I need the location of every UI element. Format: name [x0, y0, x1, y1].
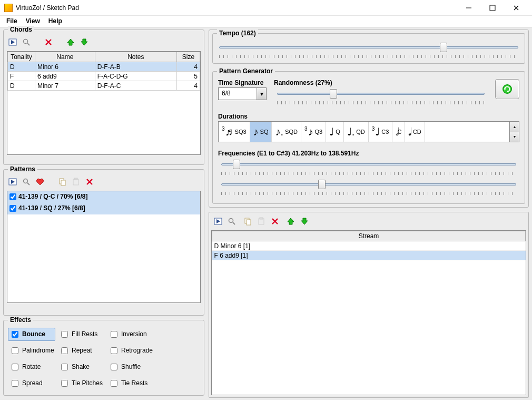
- menu-view[interactable]: View: [22, 16, 44, 27]
- table-row[interactable]: DMinor 6D-F-A-B4: [8, 62, 200, 72]
- stream-move-up-button[interactable]: [285, 216, 297, 227]
- table-cell[interactable]: D-F-A-C: [95, 81, 176, 91]
- generate-button[interactable]: [495, 79, 519, 99]
- table-cell[interactable]: D: [8, 81, 35, 91]
- patterns-paste-button[interactable]: [70, 176, 82, 188]
- effect-checkbox[interactable]: [12, 331, 18, 338]
- th-size[interactable]: Size: [177, 52, 200, 62]
- patterns-play-button[interactable]: [7, 176, 18, 188]
- chords-table[interactable]: Tonality Name Notes Size DMinor 6D-F-A-B…: [7, 51, 201, 155]
- duration-q[interactable]: ♩Q: [326, 122, 344, 142]
- scroll-up-icon[interactable]: ▴: [510, 122, 519, 132]
- duration-c[interactable]: 𝅗𝅥C: [392, 122, 405, 142]
- effect-checkbox[interactable]: [111, 331, 117, 338]
- randomness-slider-thumb[interactable]: [330, 89, 337, 99]
- freq-low-slider[interactable]: [221, 163, 516, 165]
- effect-tie-pitches[interactable]: Tie Pitches: [57, 377, 105, 390]
- stream-cell[interactable]: D Minor 6 [1]: [212, 241, 526, 251]
- effect-fill-rests[interactable]: Fill Rests: [57, 328, 105, 341]
- stream-table[interactable]: Stream D Minor 6 [1]F 6 add9 [1]: [212, 231, 526, 260]
- duration-sq3[interactable]: 3♬SQ3: [219, 122, 250, 142]
- effect-repeat[interactable]: Repeat: [57, 344, 105, 357]
- table-cell[interactable]: D: [8, 62, 35, 72]
- effect-shuffle[interactable]: Shuffle: [107, 360, 157, 374]
- tempo-slider-thumb[interactable]: [440, 43, 447, 52]
- tempo-slider[interactable]: [219, 46, 518, 48]
- stream-cell[interactable]: F 6 add9 [1]: [212, 251, 526, 260]
- effect-shake[interactable]: Shake: [57, 360, 105, 374]
- scroll-down-icon[interactable]: ▾: [510, 132, 519, 142]
- list-item[interactable]: 41-139 / Q-C / 70% [6/8]: [7, 191, 200, 203]
- th-notes[interactable]: Notes: [95, 52, 176, 62]
- table-cell[interactable]: 6 add9: [35, 72, 95, 81]
- table-cell[interactable]: F-A-C-D-G: [95, 72, 176, 81]
- stream-header[interactable]: Stream: [212, 231, 526, 241]
- stream-paste-button[interactable]: [255, 216, 267, 227]
- table-cell[interactable]: Minor 6: [35, 62, 95, 72]
- effect-rotate[interactable]: Rotate: [8, 360, 55, 374]
- list-item[interactable]: 41-139 / SQ / 27% [6/8]: [7, 203, 200, 214]
- duration-sq[interactable]: ♪SQ: [250, 122, 272, 142]
- effect-tie-rests[interactable]: Tie Rests: [107, 377, 157, 390]
- table-cell[interactable]: 4: [177, 62, 200, 72]
- freq-high-slider[interactable]: [221, 183, 516, 185]
- close-button[interactable]: [504, 0, 528, 16]
- effect-checkbox[interactable]: [61, 380, 68, 387]
- table-cell[interactable]: 4: [177, 81, 200, 91]
- patterns-copy-button[interactable]: [56, 176, 68, 188]
- durations-list[interactable]: 3♬SQ3♪SQ♪.SQD3♪Q3♩Q♩.QD3♩C3𝅗𝅥C𝅗𝅥.CD: [218, 121, 510, 142]
- chords-search-button[interactable]: [21, 36, 32, 48]
- chords-delete-button[interactable]: [43, 36, 54, 48]
- randomness-slider[interactable]: [277, 93, 485, 95]
- minimize-button[interactable]: [457, 0, 480, 16]
- table-cell[interactable]: F: [8, 72, 35, 81]
- effect-checkbox[interactable]: [12, 364, 18, 370]
- stream-search-button[interactable]: [226, 216, 238, 227]
- table-row[interactable]: D Minor 6 [1]: [212, 241, 526, 251]
- table-cell[interactable]: 5: [177, 72, 200, 81]
- patterns-search-button[interactable]: [21, 176, 32, 188]
- effect-retrograde[interactable]: Retrograde: [107, 344, 157, 357]
- stream-move-down-button[interactable]: [299, 216, 310, 227]
- patterns-delete-button[interactable]: [84, 176, 95, 188]
- th-tonality[interactable]: Tonality: [8, 52, 35, 62]
- effect-checkbox[interactable]: [61, 331, 68, 338]
- table-cell[interactable]: Minor 7: [35, 81, 95, 91]
- th-name[interactable]: Name: [35, 52, 95, 62]
- effect-checkbox[interactable]: [111, 364, 117, 370]
- durations-scroll[interactable]: ▴▾: [510, 121, 519, 142]
- effect-checkbox[interactable]: [12, 347, 18, 354]
- table-row[interactable]: F 6 add9 [1]: [212, 251, 526, 260]
- time-signature-dropdown[interactable]: 6/8 ▾: [218, 87, 267, 100]
- chords-play-button[interactable]: [7, 36, 18, 48]
- effect-palindrome[interactable]: Palindrome: [8, 344, 55, 357]
- menu-help[interactable]: Help: [44, 16, 66, 27]
- stream-copy-button[interactable]: [242, 216, 253, 227]
- duration-q3[interactable]: 3♪Q3: [301, 122, 326, 142]
- effect-checkbox[interactable]: [12, 380, 18, 387]
- effect-inversion[interactable]: Inversion: [107, 328, 157, 341]
- table-cell[interactable]: D-F-A-B: [95, 62, 176, 72]
- patterns-list[interactable]: 41-139 / Q-C / 70% [6/8]41-139 / SQ / 27…: [7, 191, 201, 303]
- chevron-down-icon[interactable]: ▾: [257, 88, 266, 100]
- stream-play-button[interactable]: [212, 216, 224, 227]
- duration-c3[interactable]: 3♩C3: [369, 122, 393, 142]
- chords-move-down-button[interactable]: [78, 36, 90, 48]
- pattern-checkbox[interactable]: [9, 205, 16, 212]
- stream-delete-button[interactable]: [269, 216, 281, 227]
- chords-move-up-button[interactable]: [65, 36, 76, 48]
- duration-qd[interactable]: ♩.QD: [344, 122, 369, 142]
- duration-cd[interactable]: 𝅗𝅥.CD: [405, 122, 425, 142]
- freq-high-thumb[interactable]: [318, 180, 326, 189]
- pattern-checkbox[interactable]: [9, 193, 16, 200]
- effect-checkbox[interactable]: [61, 347, 68, 354]
- patterns-favorite-button[interactable]: [34, 176, 46, 188]
- duration-sqd[interactable]: ♪.SQD: [272, 122, 301, 142]
- effect-spread[interactable]: Spread: [8, 377, 55, 390]
- freq-low-thumb[interactable]: [233, 160, 240, 169]
- effect-checkbox[interactable]: [111, 347, 117, 354]
- effect-checkbox[interactable]: [111, 380, 117, 387]
- effect-bounce[interactable]: Bounce: [8, 328, 55, 341]
- table-row[interactable]: DMinor 7D-F-A-C4: [8, 81, 200, 91]
- effect-checkbox[interactable]: [61, 364, 68, 370]
